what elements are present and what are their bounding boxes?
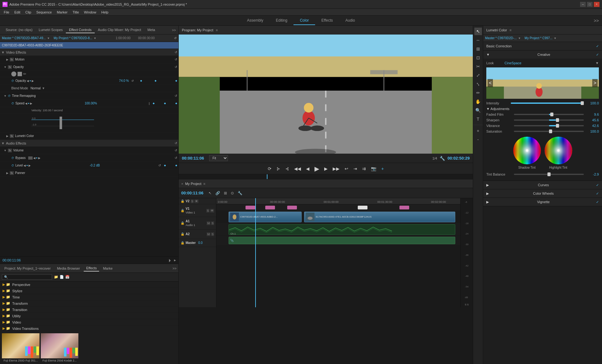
a2-audio-clip[interactable]: 📎 <box>229 237 456 244</box>
intensity-slider[interactable] <box>511 103 584 104</box>
tab-color[interactable]: Color <box>293 16 315 25</box>
menu-help[interactable]: Help <box>99 10 111 15</box>
wrench-icon[interactable]: 🔧 <box>440 156 445 161</box>
add-marker-button[interactable]: + <box>380 166 385 172</box>
speed-stopwatch[interactable]: ⏱ <box>11 102 14 105</box>
menu-clip[interactable]: Clip <box>23 10 34 15</box>
mark-out-button[interactable]: ⊰ <box>284 166 290 172</box>
faded-film-slider[interactable] <box>514 114 584 115</box>
v2-clip-5[interactable] <box>399 206 409 209</box>
opacity-expand[interactable]: ▼ <box>4 66 7 69</box>
tab-media-browser[interactable]: Media Browser <box>55 266 82 271</box>
lock-v1[interactable]: 🔒 <box>181 209 184 212</box>
ae-reset[interactable]: ↺ <box>175 141 177 145</box>
lumetri-menu-icon[interactable]: ≡ <box>510 28 511 32</box>
list-item[interactable]: ▶ 📁 Transform <box>0 300 178 307</box>
mark-in-button[interactable]: ⊱ <box>275 166 282 172</box>
selection-tool[interactable]: ↖ <box>207 190 213 196</box>
adjustments-expand[interactable]: ▼ <box>486 107 490 111</box>
pen-btn[interactable]: ✏ <box>474 89 482 97</box>
speed-kf3[interactable]: ◆ <box>175 102 177 105</box>
sharpen-slider[interactable] <box>514 119 584 121</box>
tab-meta[interactable]: Meta <box>144 27 158 33</box>
video-effects-section[interactable]: ▼ Video Effects ↺ <box>0 49 178 56</box>
v1-clip-2[interactable]: 817AC953-830D-47E1-A0CB-0281C9838F12#US <box>304 212 455 222</box>
list-item[interactable]: ▶ 📁 Video <box>0 319 178 325</box>
tab-audio-clip-mixer[interactable]: Audio Clip Mixer: My Project <box>95 27 144 33</box>
roll-edit-btn[interactable]: ⊞ <box>474 45 482 53</box>
panner-expand[interactable]: ▶ <box>6 171 8 175</box>
window-controls[interactable]: – □ × <box>580 2 599 7</box>
next-frame-button[interactable]: ▶ <box>323 166 329 172</box>
seq-menu-icon[interactable]: ≡ <box>203 182 205 186</box>
step-back-button[interactable]: ◀◀ <box>293 166 302 172</box>
lumetri-master-clip[interactable]: Master * C9970D2D-... <box>485 36 517 40</box>
lock-a2[interactable]: 🔒 <box>181 232 184 236</box>
seq-close-icon[interactable]: × <box>181 182 183 186</box>
a1-audio-clip[interactable]: Ch.1 <box>229 224 456 235</box>
fit-select[interactable]: Fit 25% 50% 100% <box>209 155 228 161</box>
tint-balance-slider[interactable] <box>514 174 584 175</box>
highlight-tint-wheel[interactable] <box>544 136 573 165</box>
zoom-btn[interactable]: 🔍 <box>474 107 482 114</box>
play-stop-button[interactable]: ▶ <box>313 164 320 173</box>
slip-btn[interactable]: ⤢ <box>474 71 482 79</box>
vignette-check[interactable]: ✓ <box>596 200 599 204</box>
level-reset[interactable]: ↺ <box>158 164 161 167</box>
look-prev-button[interactable]: < <box>488 79 493 87</box>
tab-lumetri-scopes[interactable]: Lumetri Scopes <box>36 27 66 33</box>
menu-edit[interactable]: Edit <box>12 10 23 15</box>
basic-correction-check[interactable]: ✓ <box>596 44 599 48</box>
lumetri-sequence[interactable]: My Project * C997... <box>525 36 552 40</box>
v2-clip-2[interactable] <box>265 206 275 209</box>
panel-menu-icon[interactable]: >> <box>172 28 176 32</box>
level-stopwatch[interactable]: ⏱ <box>11 164 14 167</box>
loop-button[interactable]: ⟳ <box>267 166 273 172</box>
list-item[interactable]: ▶ 📁 Time <box>0 294 178 300</box>
ve-reset[interactable]: ↺ <box>175 50 177 54</box>
ripple-button[interactable]: 🔗 <box>214 190 221 196</box>
creative-header[interactable]: ▼ Creative ✓ <box>483 50 602 59</box>
ripple-edit-btn[interactable]: ↔ <box>474 36 482 44</box>
tab-editing[interactable]: Editing <box>270 16 294 25</box>
list-item[interactable]: ▶ 📁 Utility <box>0 313 178 319</box>
list-item[interactable]: ▶ 📁 Video Transitions <box>0 325 178 331</box>
lock-a1[interactable]: 🔒 <box>181 221 184 225</box>
tab-source[interactable]: Source: (no clips) <box>3 27 36 33</box>
look-dropdown-icon[interactable]: ▼ <box>595 61 599 65</box>
speed-value[interactable]: 100.00% <box>85 102 97 105</box>
list-item[interactable]: ▶ 📁 Transition <box>0 307 178 313</box>
export-frame-button[interactable]: 📷 <box>370 166 378 172</box>
tab-effects[interactable]: Effects <box>315 16 339 25</box>
motion-reset[interactable]: ↺ <box>175 58 177 61</box>
link-button[interactable]: 🔧 <box>236 190 244 196</box>
a1-mute-icon[interactable]: M <box>207 221 210 225</box>
master-clip-dropdown[interactable]: Master * C9970D2D-8BA7-49... <box>2 36 46 40</box>
color-wheels-check[interactable]: ✓ <box>596 192 599 196</box>
blend-mode-value[interactable]: Normal <box>30 87 40 90</box>
list-item[interactable]: ▶ 📁 Stylize <box>0 288 178 294</box>
selection-tool-btn[interactable]: ↖ <box>474 28 482 35</box>
slide-btn[interactable]: ⤣ <box>474 80 482 88</box>
speed-kf1[interactable]: ◆ <box>153 102 155 105</box>
opacity-reset[interactable]: ↺ <box>175 65 177 69</box>
basic-correction-header[interactable]: Basic Correction ✓ <box>483 42 602 50</box>
opacity-arrow-left[interactable]: ◀ <box>27 79 29 82</box>
new-folder-icon[interactable]: 📁 <box>54 275 58 279</box>
reset-all-icon[interactable]: ↺ <box>174 36 177 40</box>
look-next-button[interactable]: > <box>592 79 598 87</box>
tab-assembly[interactable]: Assembly <box>241 16 270 25</box>
opacity-dot[interactable]: ● <box>29 79 31 82</box>
list-item[interactable]: ▶ 📁 Perspective <box>0 282 178 288</box>
audio-effects-section[interactable]: ▼ Audio Effects ↺ <box>0 140 178 147</box>
v1-clip-1[interactable]: C9970D2D-8BA7-4933-A0BD-2... <box>229 212 302 222</box>
new-item-icon[interactable]: 📄 <box>60 275 64 279</box>
tab-audio[interactable]: Audio <box>339 16 362 25</box>
a2-mute-icon[interactable]: M <box>207 232 210 236</box>
level-arrow-right[interactable]: ▶ <box>29 164 31 167</box>
v1-visible-icon[interactable]: 👁 <box>210 209 214 213</box>
step-forward-button[interactable]: ▶▶ <box>331 166 341 172</box>
menu-marker[interactable]: Marker <box>54 10 70 15</box>
effects-search-input[interactable] <box>2 274 52 280</box>
bypass-arrow-left[interactable]: ◀ <box>33 156 35 160</box>
